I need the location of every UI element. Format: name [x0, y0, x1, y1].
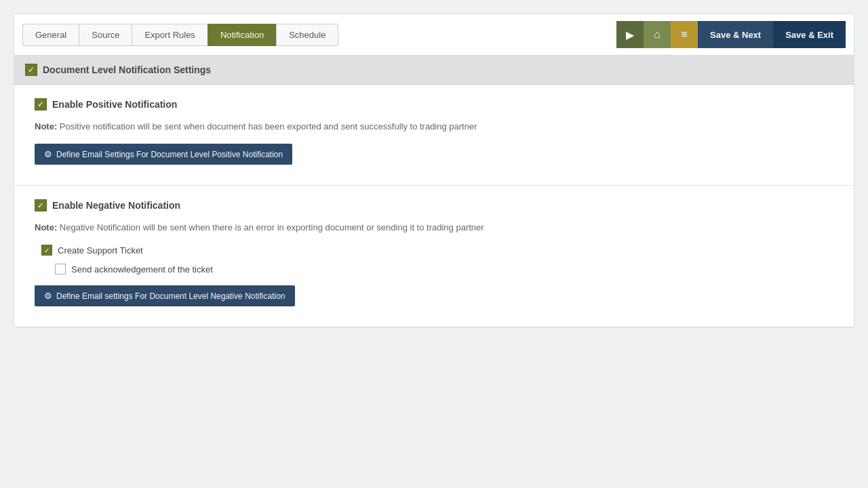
positive-notification-checkbox[interactable]: ✓ — [35, 98, 47, 110]
positive-note-body: Positive notification will be sent when … — [57, 121, 477, 131]
positive-note-label: Note: — [35, 121, 57, 131]
create-support-ticket-label: Create Support Ticket — [58, 245, 143, 256]
gear-icon-positive: ⚙ — [44, 149, 52, 159]
negative-notification-section: ✓ Enable Negative Notification Note: Neg… — [14, 186, 854, 327]
create-support-ticket-row: ✓ Create Support Ticket — [41, 245, 833, 256]
positive-notification-note: Note: Positive notification will be sent… — [35, 121, 833, 131]
define-email-negative-button[interactable]: ⚙ Define Email settings For Document Lev… — [35, 285, 295, 306]
menu-button[interactable]: ≡ — [671, 21, 698, 48]
tab-general[interactable]: General — [22, 24, 79, 46]
toolbar: General Source Export Rules Notification… — [14, 14, 854, 56]
create-support-ticket-checkbox[interactable]: ✓ — [41, 245, 52, 256]
tab-bar: General Source Export Rules Notification… — [22, 24, 338, 46]
negative-notification-checkbox[interactable]: ✓ — [35, 199, 47, 211]
tab-notification[interactable]: Notification — [208, 24, 276, 46]
negative-note-label: Note: — [35, 222, 57, 232]
home-button[interactable]: ⌂ — [644, 21, 671, 48]
define-email-positive-label: Define Email Settings For Document Level… — [56, 150, 283, 159]
tab-source[interactable]: Source — [79, 24, 132, 46]
negative-notification-title-row: ✓ Enable Negative Notification — [35, 199, 833, 211]
save-next-button[interactable]: Save & Next — [698, 21, 773, 48]
save-exit-button[interactable]: Save & Exit — [773, 21, 846, 48]
send-acknowledgement-label: Send acknowledgement of the ticket — [71, 264, 213, 274]
send-acknowledgement-row: Send acknowledgement of the ticket — [55, 264, 833, 274]
tab-export-rules[interactable]: Export Rules — [132, 24, 207, 46]
section-header-title: Document Level Notification Settings — [43, 64, 211, 75]
send-acknowledgement-checkbox[interactable] — [55, 264, 66, 274]
main-content: ✓ Document Level Notification Settings ✓… — [14, 56, 854, 327]
tab-schedule[interactable]: Schedule — [276, 24, 338, 46]
section-header: ✓ Document Level Notification Settings — [14, 56, 854, 85]
define-email-positive-button[interactable]: ⚙ Define Email Settings For Document Lev… — [35, 144, 292, 165]
positive-notification-section: ✓ Enable Positive Notification Note: Pos… — [14, 85, 854, 186]
negative-notification-note: Note: Negative Notification will be sent… — [35, 222, 833, 232]
play-button[interactable]: ▶ — [616, 21, 644, 48]
positive-notification-title-row: ✓ Enable Positive Notification — [35, 98, 833, 110]
define-email-negative-label: Define Email settings For Document Level… — [56, 291, 285, 301]
negative-notification-title: Enable Negative Notification — [52, 200, 180, 211]
section-header-checkbox[interactable]: ✓ — [25, 64, 37, 76]
gear-icon-negative: ⚙ — [44, 291, 52, 301]
positive-notification-title: Enable Positive Notification — [52, 99, 177, 110]
toolbar-actions: ▶ ⌂ ≡ Save & Next Save & Exit — [616, 21, 846, 48]
negative-note-body: Negative Notification will be sent when … — [57, 222, 484, 232]
